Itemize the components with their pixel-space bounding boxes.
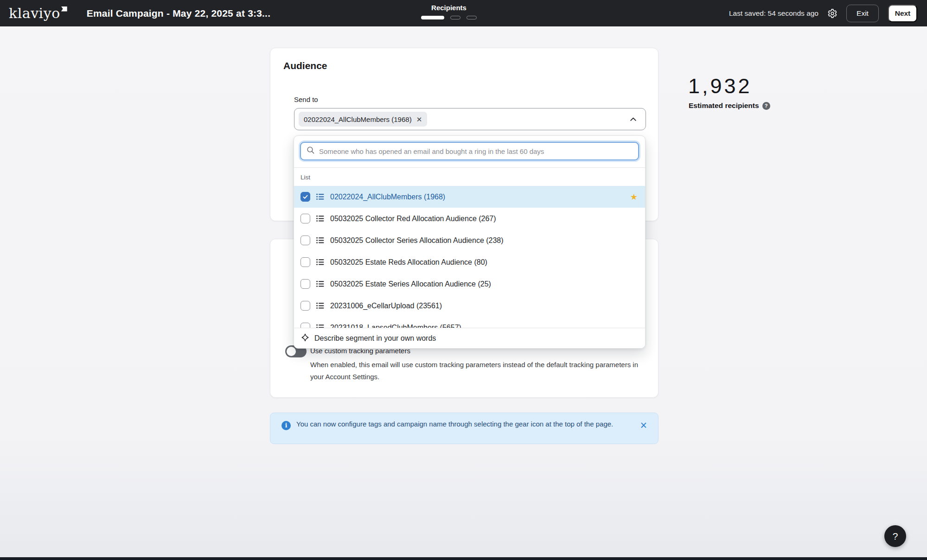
option-label: 02022024_AllClubMembers (1968) [330, 193, 445, 201]
audience-dropdown: List 02022024_AllClubMembers (1968)★0503… [294, 135, 646, 349]
options-list: 02022024_AllClubMembers (1968)★05032025 … [294, 186, 645, 338]
list-option-row[interactable]: 05032025 Estate Series Allocation Audien… [294, 273, 645, 295]
estimated-recipients-count: 1,932 [688, 74, 752, 98]
estimated-recipients-label: Estimated recipients [689, 102, 759, 110]
option-checkbox[interactable] [300, 235, 310, 245]
banner-close-icon[interactable]: × [640, 420, 647, 431]
search-input[interactable] [319, 147, 633, 155]
exit-button[interactable]: Exit [846, 5, 879, 22]
last-saved-text: Last saved: 54 seconds ago [729, 9, 818, 18]
option-checkbox[interactable] [300, 257, 310, 267]
list-icon [316, 237, 324, 244]
step-pill-2[interactable] [450, 16, 460, 19]
search-box[interactable] [300, 142, 639, 160]
send-to-label: Send to [294, 95, 318, 103]
list-option-row[interactable]: 05032025 Estate Reds Allocation Audience… [294, 251, 645, 273]
send-to-select[interactable]: 02022024_AllClubMembers (1968) ✕ [294, 108, 646, 130]
selected-audience-chip[interactable]: 02022024_AllClubMembers (1968) ✕ [299, 112, 427, 127]
step-pill-recipients[interactable] [421, 16, 444, 19]
describe-segment-label: Describe segment in your own words [314, 334, 436, 343]
settings-gear-icon[interactable] [827, 8, 838, 19]
chevron-up-icon[interactable] [629, 115, 637, 123]
estimated-recipients-row: Estimated recipients ? [689, 102, 770, 110]
list-option-row[interactable]: 05032025 Collector Red Allocation Audien… [294, 208, 645, 229]
info-icon: i [281, 421, 291, 430]
help-fab-button[interactable]: ? [884, 525, 906, 547]
describe-segment-button[interactable]: Describe segment in your own words [294, 328, 645, 348]
campaign-recipients-page: klaviyo Email Campaign - May 22, 2025 at… [0, 0, 927, 560]
star-icon: ★ [630, 193, 638, 201]
step-pill-3[interactable] [467, 16, 477, 19]
chip-label: 02022024_AllClubMembers (1968) [304, 115, 412, 123]
option-label: 05032025 Collector Series Allocation Aud… [330, 236, 504, 245]
klaviyo-wordmark: klaviyo [9, 5, 60, 22]
estimate-help-icon[interactable]: ? [762, 102, 770, 110]
list-option-row[interactable]: 05032025 Collector Series Allocation Aud… [294, 229, 645, 251]
klaviyo-logo[interactable]: klaviyo [9, 5, 67, 22]
option-label: 05032025 Estate Reds Allocation Audience… [330, 258, 487, 267]
custom-tracking-description: When enabled, this email will use custom… [310, 359, 649, 383]
option-checkbox[interactable] [300, 279, 310, 289]
info-banner: i You can now configure tags and campaig… [270, 413, 658, 444]
next-button[interactable]: Next [888, 5, 917, 22]
search-icon [307, 146, 315, 156]
step-indicator: Recipients [418, 4, 479, 19]
option-checkbox[interactable] [300, 301, 310, 311]
option-checkbox[interactable] [300, 192, 310, 202]
sparkle-icon [301, 333, 309, 344]
klaviyo-flag-icon [61, 6, 67, 12]
audience-heading: Audience [283, 60, 327, 71]
step-label: Recipients [431, 4, 467, 12]
list-icon [316, 193, 324, 200]
option-label: 20231006_eCellarUpload (23561) [330, 302, 442, 310]
list-icon [316, 302, 324, 309]
chip-remove-icon[interactable]: ✕ [416, 116, 422, 123]
list-icon [316, 215, 324, 222]
header-actions: Last saved: 54 seconds ago Exit Next [729, 0, 917, 26]
progress-pills [421, 16, 477, 19]
option-checkbox[interactable] [300, 214, 310, 223]
option-label: 05032025 Estate Series Allocation Audien… [330, 280, 491, 288]
option-label: 05032025 Collector Red Allocation Audien… [330, 215, 496, 223]
list-option-row[interactable]: 02022024_AllClubMembers (1968)★ [294, 186, 645, 208]
banner-text: You can now configure tags and campaign … [296, 419, 631, 429]
toggle-knob [287, 347, 296, 356]
list-icon [316, 280, 324, 287]
window-bottom-edge [0, 557, 927, 560]
top-navbar: klaviyo Email Campaign - May 22, 2025 at… [0, 0, 927, 26]
list-icon [316, 259, 324, 266]
dropdown-search-area [294, 136, 645, 167]
campaign-title: Email Campaign - May 22, 2025 at 3:3... [87, 8, 270, 19]
list-group-label: List [294, 168, 645, 186]
list-option-row[interactable]: 20231006_eCellarUpload (23561) [294, 295, 645, 317]
